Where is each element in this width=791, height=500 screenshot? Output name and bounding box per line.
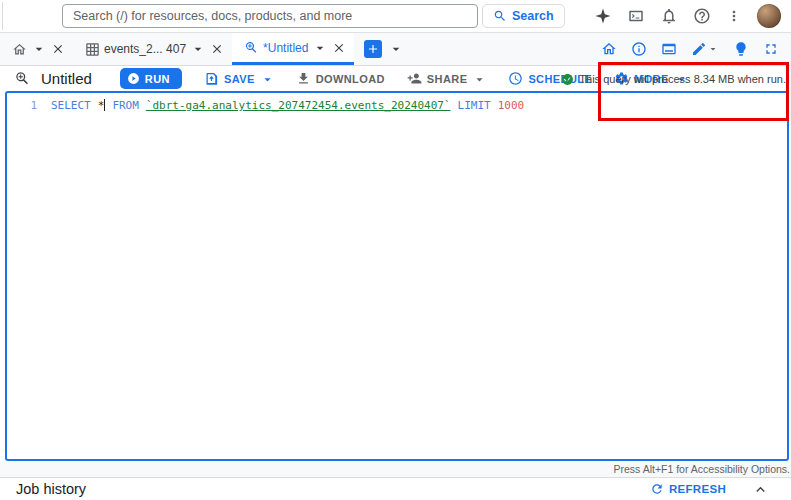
query-title: Untitled: [41, 70, 92, 87]
share-button[interactable]: SHARE: [407, 71, 487, 86]
search-input[interactable]: [62, 4, 478, 28]
chevron-up-icon[interactable]: [752, 481, 769, 498]
line-number: 1: [7, 99, 37, 113]
global-search: Search: [62, 4, 565, 28]
plus-icon: [366, 42, 380, 56]
table-icon: [85, 42, 100, 57]
code-line[interactable]: 1 SELECT*FROM`dbrt-ga4.analytics_2074724…: [7, 93, 787, 113]
validation-message: This query will process 8.34 MB when run…: [579, 73, 786, 85]
add-tab-button[interactable]: [364, 40, 382, 58]
text-cursor: [104, 99, 105, 111]
accessibility-hint: Press Alt+F1 for Accessibility Options.: [613, 463, 790, 475]
person-add-icon: [407, 71, 422, 86]
user-avatar[interactable]: [757, 4, 781, 28]
accessibility-bar: Press Alt+F1 for Accessibility Options.: [0, 461, 791, 477]
download-button-label: DOWNLOAD: [316, 73, 385, 85]
sql-keyword: SELECT: [51, 99, 91, 112]
sql-number: 1000: [498, 99, 525, 112]
bigquery-home-icon[interactable]: [601, 41, 617, 57]
query-icon: [244, 40, 259, 55]
topbar-icons: [594, 4, 791, 28]
left-divider: [2, 2, 3, 30]
sql-table-ref[interactable]: `dbrt-ga4.analytics_207472454.events_202…: [146, 99, 451, 112]
gemini-sparkle-icon[interactable]: [594, 7, 612, 25]
chevron-down-icon[interactable]: [312, 40, 328, 56]
tab-untitled-query[interactable]: *Untitled: [232, 33, 354, 65]
tab-events-table[interactable]: events_2... 407: [73, 33, 232, 65]
run-button[interactable]: RUN: [120, 68, 182, 89]
help-icon[interactable]: [693, 7, 711, 25]
tab-overflow-chevron-icon[interactable]: [388, 41, 404, 57]
check-circle-icon: [561, 73, 574, 86]
clock-icon: [508, 71, 523, 86]
home-icon: [12, 42, 27, 57]
sql-star: *: [98, 99, 105, 112]
refresh-icon: [650, 482, 664, 496]
tabstrip-right-icons: [601, 33, 791, 65]
tab-strip: events_2... 407 *Untitled: [0, 33, 791, 66]
close-icon[interactable]: [210, 42, 224, 56]
job-history-actions: REFRESH: [650, 481, 775, 498]
job-history-title: Job history: [16, 481, 86, 497]
chevron-down-icon: [707, 43, 719, 55]
share-button-label: SHARE: [427, 73, 468, 85]
download-icon: [296, 71, 311, 86]
query-validation-status: This query will process 8.34 MB when run…: [561, 73, 786, 86]
close-icon[interactable]: [332, 41, 346, 55]
query-icon: [14, 70, 31, 87]
play-icon: [127, 72, 140, 85]
sql-keyword: LIMIT: [458, 99, 491, 112]
magic-pen-icon: [691, 41, 707, 57]
cloud-shell-icon[interactable]: [627, 7, 645, 25]
info-icon[interactable]: [631, 41, 647, 57]
chevron-down-icon[interactable]: [31, 41, 47, 57]
panel-card-icon[interactable]: [661, 41, 677, 57]
sql-code[interactable]: SELECT*FROM`dbrt-ga4.analytics_207472454…: [37, 99, 524, 113]
refresh-button[interactable]: REFRESH: [650, 482, 726, 496]
chevron-down-icon[interactable]: [190, 41, 206, 57]
search-icon: [493, 9, 507, 23]
save-button[interactable]: SAVE: [204, 71, 274, 86]
magic-pen-control[interactable]: [691, 41, 719, 57]
run-button-label: RUN: [145, 73, 170, 85]
save-button-label: SAVE: [224, 73, 255, 85]
sql-keyword: FROM: [112, 99, 139, 112]
refresh-button-label: REFRESH: [669, 483, 726, 495]
chevron-down-icon: [472, 72, 486, 86]
tab-label: *Untitled: [263, 41, 308, 55]
search-button[interactable]: Search: [482, 4, 565, 28]
more-vertical-icon[interactable]: [726, 8, 742, 24]
tab-home[interactable]: [0, 33, 73, 65]
notifications-bell-icon[interactable]: [660, 7, 678, 25]
top-app-bar: Search: [0, 0, 791, 33]
lightbulb-icon[interactable]: [733, 41, 749, 57]
query-toolbar: Untitled RUN SAVE DOWNLOAD SHARE: [0, 66, 791, 91]
tab-label: events_2... 407: [104, 42, 186, 56]
chevron-down-icon: [260, 72, 274, 86]
job-history-bar: Job history REFRESH: [0, 477, 791, 500]
fullscreen-icon[interactable]: [763, 41, 779, 57]
close-icon[interactable]: [51, 42, 65, 56]
sql-editor[interactable]: 1 SELECT*FROM`dbrt-ga4.analytics_2074724…: [5, 91, 789, 461]
save-icon: [204, 71, 219, 86]
search-button-label: Search: [512, 9, 554, 23]
download-button[interactable]: DOWNLOAD: [296, 71, 385, 86]
